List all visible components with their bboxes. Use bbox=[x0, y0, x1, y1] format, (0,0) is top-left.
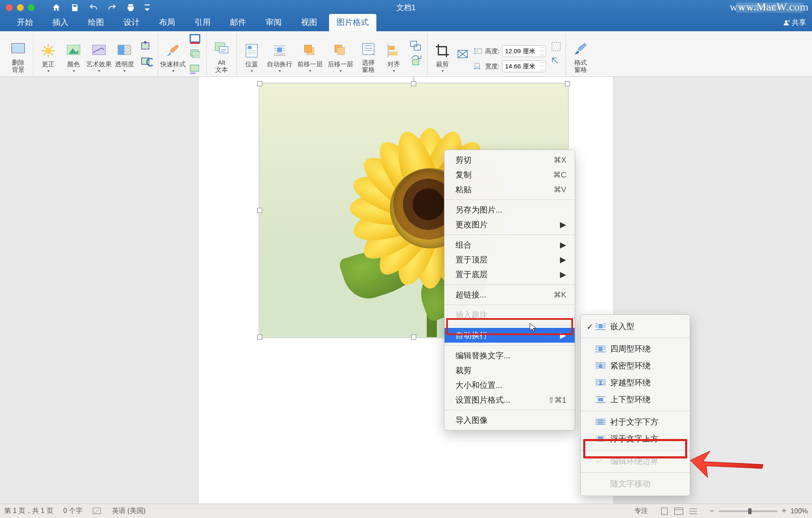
position-button[interactable]: 位置▾ bbox=[240, 33, 263, 75]
tab-view[interactable]: 视图 bbox=[294, 14, 325, 31]
group-icon[interactable] bbox=[409, 40, 422, 53]
wrap-front[interactable]: 浮于文字上方 bbox=[581, 431, 690, 447]
status-page[interactable]: 第 1 页，共 1 页 bbox=[4, 507, 53, 515]
tab-review[interactable]: 审阅 bbox=[258, 14, 289, 31]
lock-aspect-icon[interactable] bbox=[550, 40, 562, 53]
wrap-through[interactable]: 穿越型环绕 bbox=[581, 374, 690, 391]
tab-picture-format[interactable]: 图片格式 bbox=[329, 14, 376, 31]
wrap-behind[interactable]: 衬于文字下方 bbox=[581, 414, 690, 431]
zoom-out-icon[interactable]: − bbox=[710, 507, 714, 515]
status-spellcheck-icon[interactable] bbox=[93, 507, 102, 515]
wrap-edit-points: 编辑环绕边界 bbox=[581, 453, 690, 470]
compress-picture-icon[interactable] bbox=[140, 40, 153, 53]
context-menu: 剪切⌘X 复制⌘C 粘贴⌘V 另存为图片... 更改图片▶ 组合▶ 置于顶层▶ … bbox=[444, 150, 575, 431]
tab-draw[interactable]: 绘图 bbox=[80, 14, 112, 31]
tab-mail[interactable]: 邮件 bbox=[222, 14, 254, 31]
remove-background-button[interactable]: 删除 背景 bbox=[7, 33, 30, 75]
selection-pane-button[interactable]: 选择 窗格 bbox=[357, 33, 380, 75]
crop-button[interactable]: 裁剪▾ bbox=[431, 33, 454, 75]
home-icon[interactable] bbox=[52, 3, 61, 12]
picture-effects-icon[interactable] bbox=[189, 48, 201, 60]
print-icon[interactable] bbox=[126, 3, 135, 12]
wrap-top-bottom[interactable]: 上下型环绕 bbox=[581, 391, 690, 408]
undo-icon[interactable] bbox=[89, 3, 98, 12]
resize-handle-ne[interactable] bbox=[565, 81, 570, 86]
maximize-window-button[interactable] bbox=[28, 4, 35, 11]
status-focus[interactable]: 专注 bbox=[634, 507, 648, 515]
share-button[interactable]: 共享 bbox=[782, 18, 806, 27]
picture-layout-icon[interactable] bbox=[189, 63, 201, 76]
rotate-icon[interactable] bbox=[409, 55, 422, 68]
ctx-group[interactable]: 组合▶ bbox=[444, 237, 575, 252]
ctx-change-picture[interactable]: 更改图片▶ bbox=[444, 217, 575, 232]
status-language[interactable]: 英语 (美国) bbox=[112, 507, 145, 515]
svg-rect-16 bbox=[192, 52, 200, 58]
color-button[interactable]: 颜色▾ bbox=[62, 33, 85, 75]
tab-references[interactable]: 引用 bbox=[187, 14, 218, 31]
svg-rect-36 bbox=[475, 63, 480, 67]
ctx-size-position[interactable]: 大小和位置... bbox=[444, 378, 575, 393]
minimize-window-button[interactable] bbox=[17, 4, 24, 11]
quick-styles-button[interactable]: 快速样式▾ bbox=[162, 33, 184, 75]
ctx-format-picture[interactable]: 设置图片格式...⇧⌘1 bbox=[444, 393, 575, 407]
resize-handle-nw[interactable] bbox=[257, 81, 262, 86]
zoom-in-icon[interactable]: + bbox=[782, 507, 787, 515]
redo-icon[interactable] bbox=[107, 3, 117, 12]
wrap-inline-icon bbox=[595, 323, 606, 330]
ctx-edit-alt-text[interactable]: 编辑替换文字... bbox=[444, 348, 575, 363]
wrap-text-button[interactable]: 自动换行▾ bbox=[266, 33, 294, 75]
reset-picture-icon[interactable] bbox=[140, 55, 153, 68]
status-word-count[interactable]: 0 个字 bbox=[63, 507, 82, 515]
artistic-effects-button[interactable]: 艺术效果▾ bbox=[88, 33, 110, 75]
ctx-copy[interactable]: 复制⌘C bbox=[444, 167, 575, 182]
view-web-icon[interactable] bbox=[672, 507, 685, 516]
ctx-crop[interactable]: 裁剪 bbox=[444, 363, 575, 378]
alt-text-button[interactable]: Alt 文本 bbox=[210, 33, 233, 75]
ctx-send-back[interactable]: 置于底层▶ bbox=[444, 267, 575, 282]
picture-border-icon[interactable] bbox=[189, 33, 201, 45]
ctx-wrap-text[interactable]: 自动换行▶ bbox=[444, 328, 575, 343]
ctx-import-image[interactable]: 导入图像 bbox=[444, 413, 575, 428]
height-input[interactable] bbox=[502, 45, 546, 57]
wrap-inline[interactable]: ✓ 嵌入型 bbox=[581, 318, 690, 335]
svg-rect-25 bbox=[304, 45, 312, 52]
resize-handle-s[interactable] bbox=[411, 335, 416, 340]
watermark-text: www.MacW.com bbox=[730, 1, 809, 14]
ctx-cut[interactable]: 剪切⌘X bbox=[444, 153, 575, 167]
resize-handle-n[interactable] bbox=[411, 81, 416, 86]
align-icon bbox=[386, 43, 402, 59]
ctx-save-as-picture[interactable]: 另存为图片... bbox=[444, 202, 575, 217]
resize-handle-w[interactable] bbox=[257, 208, 262, 213]
view-outline-icon[interactable] bbox=[687, 507, 700, 516]
size-launcher-icon[interactable] bbox=[550, 55, 562, 68]
zoom-value[interactable]: 100% bbox=[790, 507, 808, 515]
align-button[interactable]: 对齐▾ bbox=[382, 33, 405, 75]
qat-customize-icon[interactable] bbox=[145, 3, 150, 12]
view-print-icon[interactable] bbox=[658, 507, 671, 516]
tab-home[interactable]: 开始 bbox=[9, 14, 41, 31]
svg-rect-46 bbox=[93, 508, 101, 514]
wrap-square[interactable]: 四周型环绕 bbox=[581, 341, 690, 357]
close-window-button[interactable] bbox=[6, 4, 13, 11]
ctx-bring-front[interactable]: 置于顶层▶ bbox=[444, 252, 575, 267]
send-backward-button[interactable]: 后移一层▾ bbox=[326, 33, 354, 75]
ctx-hyperlink[interactable]: 超链接...⌘K bbox=[444, 287, 575, 302]
zoom-slider[interactable] bbox=[719, 510, 778, 512]
wrap-behind-icon bbox=[595, 418, 606, 426]
transparency-button[interactable]: 透明度▾ bbox=[113, 33, 136, 75]
format-pane-button[interactable]: 格式 窗格 bbox=[569, 33, 592, 75]
wrap-tight[interactable]: 紧密型环绕 bbox=[581, 357, 690, 374]
tab-insert[interactable]: 插入 bbox=[45, 14, 76, 31]
corrections-button[interactable]: 更正▾ bbox=[37, 33, 60, 75]
bring-forward-button[interactable]: 前移一层▾ bbox=[296, 33, 324, 75]
resize-handle-sw[interactable] bbox=[257, 335, 262, 340]
svg-rect-1 bbox=[12, 43, 25, 53]
tab-layout[interactable]: 布局 bbox=[151, 14, 183, 31]
save-icon[interactable] bbox=[70, 3, 80, 12]
document-canvas[interactable]: /*placeholder*/ 剪切⌘X 复制⌘C 粘贴⌘V 另存为图片... … bbox=[0, 77, 812, 504]
ctx-paste[interactable]: 粘贴⌘V bbox=[444, 182, 575, 197]
width-input[interactable] bbox=[502, 60, 546, 72]
crop-aspect-icon[interactable] bbox=[456, 48, 469, 60]
tab-design[interactable]: 设计 bbox=[116, 14, 147, 31]
zoom-control[interactable]: − + 100% bbox=[710, 507, 808, 515]
